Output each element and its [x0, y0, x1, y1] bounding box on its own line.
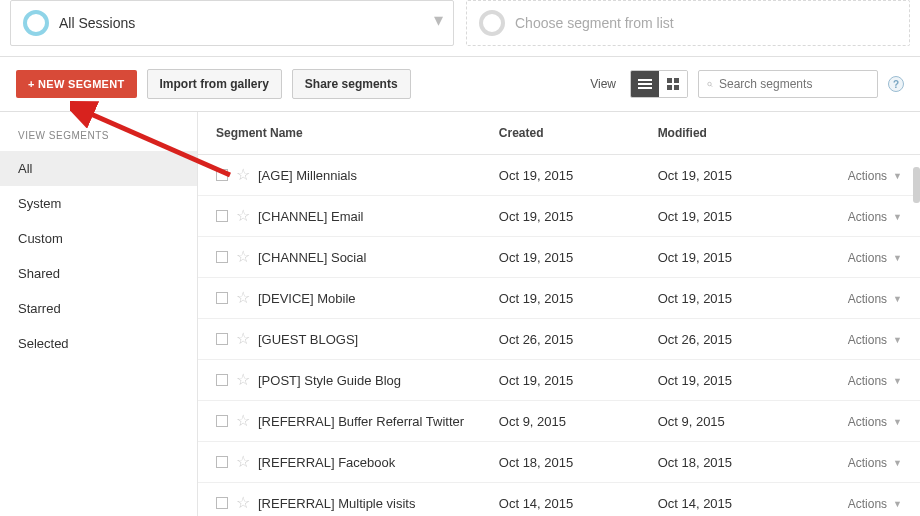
actions-cell: Actions▼: [804, 196, 920, 237]
star-icon[interactable]: ☆: [236, 167, 250, 183]
col-header-modified[interactable]: Modified: [646, 112, 805, 155]
segment-name[interactable]: [REFERRAL] Facebook: [258, 455, 395, 470]
modified-cell: Oct 9, 2015: [646, 401, 805, 442]
actions-menu[interactable]: Actions▼: [848, 374, 902, 388]
row-checkbox[interactable]: [216, 497, 228, 509]
row-checkbox[interactable]: [216, 374, 228, 386]
actions-menu[interactable]: Actions▼: [848, 251, 902, 265]
search-input[interactable]: [719, 77, 869, 91]
name-cell: ☆[DEVICE] Mobile: [198, 278, 487, 319]
view-list-button[interactable]: [631, 71, 659, 97]
actions-cell: Actions▼: [804, 483, 920, 517]
scrollbar-thumb[interactable]: [913, 167, 920, 203]
created-cell: Oct 19, 2015: [487, 360, 646, 401]
sidebar-item-system[interactable]: System: [0, 186, 197, 221]
row-checkbox[interactable]: [216, 456, 228, 468]
actions-cell: Actions▼: [804, 442, 920, 483]
share-segments-button[interactable]: Share segments: [292, 69, 411, 99]
toolbar: + NEW SEGMENT Import from gallery Share …: [0, 56, 920, 112]
star-icon[interactable]: ☆: [236, 495, 250, 511]
name-cell: ☆[CHANNEL] Email: [198, 196, 487, 237]
actions-label: Actions: [848, 333, 887, 347]
row-checkbox[interactable]: [216, 210, 228, 222]
star-icon[interactable]: ☆: [236, 290, 250, 306]
sidebar-item-shared[interactable]: Shared: [0, 256, 197, 291]
actions-menu[interactable]: Actions▼: [848, 169, 902, 183]
created-cell: Oct 18, 2015: [487, 442, 646, 483]
view-grid-button[interactable]: [659, 71, 687, 97]
segment-name[interactable]: [REFERRAL] Buffer Referral Twitter: [258, 414, 464, 429]
view-label: View: [590, 77, 616, 91]
created-cell: Oct 14, 2015: [487, 483, 646, 517]
created-cell: Oct 26, 2015: [487, 319, 646, 360]
actions-label: Actions: [848, 210, 887, 224]
star-icon[interactable]: ☆: [236, 331, 250, 347]
caret-down-icon: ▼: [893, 212, 902, 222]
modified-cell: Oct 14, 2015: [646, 483, 805, 517]
segment-name[interactable]: [REFERRAL] Multiple visits: [258, 496, 415, 511]
star-icon[interactable]: ☆: [236, 208, 250, 224]
name-cell: ☆[REFERRAL] Buffer Referral Twitter: [198, 401, 487, 442]
sidebar-item-selected[interactable]: Selected: [0, 326, 197, 361]
segment-selected-box[interactable]: All Sessions ▾: [10, 0, 454, 46]
segment-name[interactable]: [DEVICE] Mobile: [258, 291, 356, 306]
actions-menu[interactable]: Actions▼: [848, 497, 902, 511]
row-checkbox[interactable]: [216, 169, 228, 181]
name-cell: ☆[REFERRAL] Multiple visits: [198, 483, 487, 517]
list-icon: [638, 83, 652, 85]
segments-table: Segment Name Created Modified ☆[AGE] Mil…: [198, 112, 920, 516]
sidebar-item-custom[interactable]: Custom: [0, 221, 197, 256]
table-row: ☆[DEVICE] MobileOct 19, 2015Oct 19, 2015…: [198, 278, 920, 319]
actions-cell: Actions▼: [804, 360, 920, 401]
actions-menu[interactable]: Actions▼: [848, 333, 902, 347]
segment-name[interactable]: [CHANNEL] Email: [258, 209, 363, 224]
col-header-name[interactable]: Segment Name: [198, 112, 487, 155]
actions-menu[interactable]: Actions▼: [848, 210, 902, 224]
row-checkbox[interactable]: [216, 251, 228, 263]
table-row: ☆[GUEST BLOGS]Oct 26, 2015Oct 26, 2015Ac…: [198, 319, 920, 360]
segment-choose-label: Choose segment from list: [515, 15, 674, 31]
star-icon[interactable]: ☆: [236, 249, 250, 265]
actions-menu[interactable]: Actions▼: [848, 292, 902, 306]
sidebar-item-all[interactable]: All: [0, 151, 197, 186]
caret-down-icon: ▼: [893, 335, 902, 345]
caret-down-icon: ▼: [893, 417, 902, 427]
actions-cell: Actions▼: [804, 278, 920, 319]
segment-name[interactable]: [CHANNEL] Social: [258, 250, 366, 265]
row-checkbox[interactable]: [216, 292, 228, 304]
name-cell: ☆[GUEST BLOGS]: [198, 319, 487, 360]
actions-menu[interactable]: Actions▼: [848, 456, 902, 470]
new-segment-button[interactable]: + NEW SEGMENT: [16, 70, 137, 98]
search-icon: [707, 78, 713, 91]
actions-cell: Actions▼: [804, 155, 920, 196]
table-row: ☆[REFERRAL] Multiple visitsOct 14, 2015O…: [198, 483, 920, 517]
grid-icon: [667, 78, 679, 90]
table-row: ☆[CHANNEL] EmailOct 19, 2015Oct 19, 2015…: [198, 196, 920, 237]
star-icon[interactable]: ☆: [236, 372, 250, 388]
segment-name[interactable]: [GUEST BLOGS]: [258, 332, 358, 347]
sidebar-item-starred[interactable]: Starred: [0, 291, 197, 326]
row-checkbox[interactable]: [216, 415, 228, 427]
table-row: ☆[POST] Style Guide BlogOct 19, 2015Oct …: [198, 360, 920, 401]
segment-name[interactable]: [AGE] Millennials: [258, 168, 357, 183]
sidebar-list: AllSystemCustomSharedStarredSelected: [0, 151, 197, 361]
table-row: ☆[AGE] MillennialsOct 19, 2015Oct 19, 20…: [198, 155, 920, 196]
table-row: ☆[CHANNEL] SocialOct 19, 2015Oct 19, 201…: [198, 237, 920, 278]
actions-cell: Actions▼: [804, 319, 920, 360]
row-checkbox[interactable]: [216, 333, 228, 345]
actions-cell: Actions▼: [804, 237, 920, 278]
name-cell: ☆[REFERRAL] Facebook: [198, 442, 487, 483]
import-gallery-button[interactable]: Import from gallery: [147, 69, 282, 99]
actions-label: Actions: [848, 169, 887, 183]
segment-name[interactable]: [POST] Style Guide Blog: [258, 373, 401, 388]
svg-line-1: [711, 85, 713, 87]
sidebar-title: VIEW SEGMENTS: [0, 112, 197, 151]
actions-menu[interactable]: Actions▼: [848, 415, 902, 429]
help-icon[interactable]: ?: [888, 76, 904, 92]
actions-label: Actions: [848, 415, 887, 429]
star-icon[interactable]: ☆: [236, 413, 250, 429]
col-header-created[interactable]: Created: [487, 112, 646, 155]
search-box[interactable]: [698, 70, 878, 98]
star-icon[interactable]: ☆: [236, 454, 250, 470]
segment-choose-box[interactable]: Choose segment from list: [466, 0, 910, 46]
